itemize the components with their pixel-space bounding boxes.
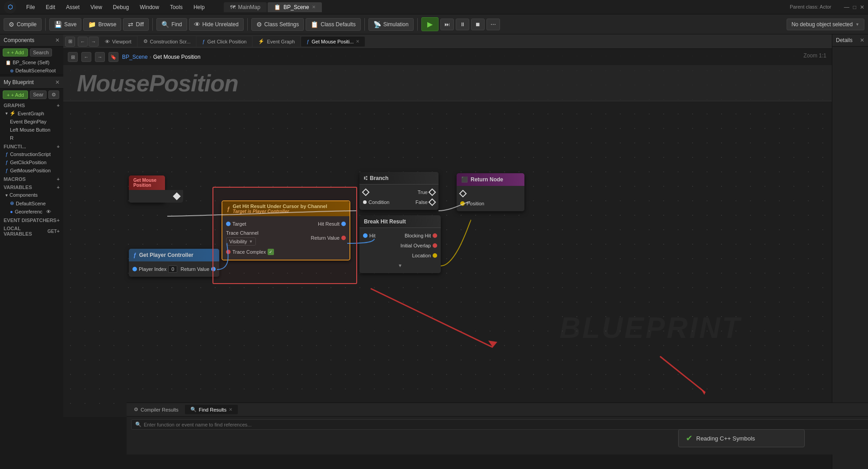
nav-back[interactable]: ← [78,37,88,47]
tree-item-eventgraph[interactable]: ▾ ⚡ EventGraph [0,109,63,118]
tree-item-defaultscene-var[interactable]: ⊕ DefaultScene [0,199,63,208]
class-settings-button[interactable]: ⚙ Class Settings [251,18,304,31]
pause-button[interactable]: ⏸ [456,19,469,30]
components-search-button[interactable]: Search [30,48,52,57]
break-expand-btn[interactable]: ▾ [359,261,441,270]
graph-nav-back[interactable]: ← [81,52,91,62]
my-blueprint-close-icon[interactable]: ✕ [55,79,60,85]
tab-event-graph[interactable]: ⚡ Event Graph [253,36,300,47]
find-results-icon: 🔍 [190,407,197,412]
graph-nav-forward[interactable]: → [95,52,105,62]
tree-item-getmouseposition[interactable]: ƒ GetMousePosition [0,166,63,175]
step-button[interactable]: ⏭ [440,19,454,30]
components-close-icon[interactable]: ✕ [55,37,60,43]
event-dispatchers-add-icon[interactable]: + [57,218,60,223]
tree-item-getclickposition[interactable]: ƒ GetClickPosition [0,158,63,166]
svg-marker-3 [700,387,705,395]
eventgraph-label: EventGraph [18,111,44,116]
menu-view[interactable]: View [86,2,107,12]
return-exec-in [459,190,467,198]
constructionscript-label: ConstructionScript [10,152,51,157]
details-close-icon[interactable]: ✕ [860,37,864,43]
function-title-banner: MousePosition [63,65,832,101]
variables-add-icon[interactable]: + [57,185,60,190]
player-index-value[interactable]: 0 [168,265,177,273]
tab-get-click-position[interactable]: ƒ Get Click Position [197,37,252,47]
tree-item-bpscene[interactable]: 📋 BP_Scene (Self) [0,58,63,66]
functions-add-icon[interactable]: + [57,144,60,149]
node-break-hit-result[interactable]: Break Hit Result Hit Blocking Hit [359,215,441,273]
simulation-button[interactable]: 📡 Simulation [368,18,414,31]
class-defaults-button[interactable]: 📋 Class Defaults [306,18,360,31]
components-add-button[interactable]: + + Add [3,48,28,57]
get-click-label: Get Click Position [208,39,247,44]
nav-forward[interactable]: → [89,37,99,47]
tab-mainmap[interactable]: 🗺 MainMap [224,2,267,12]
tab-compiler-results[interactable]: ⚙ Compiler Results [128,405,184,414]
menu-window[interactable]: Window [135,2,164,12]
menu-asset[interactable]: Asset [61,2,84,12]
local-variables-add-icon[interactable]: + [57,228,60,234]
diff-button[interactable]: ⇄ Diff [123,18,149,31]
get-click-icon: ƒ [202,39,205,44]
graphs-add-icon[interactable]: + [57,103,60,108]
break-body: Hit Blocking Hit Initial Overlap [359,228,441,273]
tree-item-defaultsceneroot[interactable]: ⊕ DefaultSceneRoot [0,66,63,75]
tab-viewport[interactable]: 👁 Viewport [99,37,137,47]
my-blueprint-search-button[interactable]: Sear [30,90,47,99]
breadcrumb-current: Get Mouse Position [153,54,201,60]
find-button[interactable]: 🔍 Find [156,18,187,31]
blocking-hit-pin [433,233,437,238]
node-branch[interactable]: ⑆ Branch True [359,172,439,210]
stop-button[interactable]: ⏹ [471,19,485,30]
hide-unrelated-button[interactable]: 👁 Hide Unrelated [189,18,244,31]
breadcrumb-root[interactable]: BP_Scene [122,54,148,60]
georeferenc-vis-icon[interactable]: 👁 [46,209,51,214]
menu-tools[interactable]: Tools [165,2,187,12]
tab-bpscene-close[interactable]: ✕ [312,5,316,9]
tab-get-mouse-position[interactable]: ƒ Get Mouse Positi... ✕ [301,37,365,47]
tree-item-event-beginplay[interactable]: Event BeginPlay [0,118,63,126]
fn-icon: ƒ [133,252,137,258]
debug-object-dropdown[interactable]: No debug object selected ▼ [787,19,864,30]
event-graph-label: Event Graph [267,39,295,44]
tree-item-constructionscript[interactable]: ƒ ConstructionScript [0,150,63,158]
tab-construction-scr[interactable]: ⚙ Construction Scr... [138,36,196,47]
browse-button[interactable]: 📁 Browse [83,18,121,31]
tree-item-left-mouse-btn[interactable]: Left Mouse Button [0,126,63,134]
selection-box [212,187,357,284]
save-button[interactable]: 💾 Save [49,18,81,31]
find-input[interactable] [144,422,868,427]
zoom-label: Zoom 1:1 [803,52,826,59]
tab-bpscene[interactable]: 📋 BP_Scene ✕ [268,2,322,12]
get-mouse-tab-close[interactable]: ✕ [356,39,359,44]
menu-file[interactable]: File [22,2,39,12]
play-button[interactable]: ▶ [421,17,439,31]
tree-item-r[interactable]: R [0,134,63,142]
toolbar-sep-1 [45,18,46,31]
more-options-button[interactable]: ⋯ [486,19,500,30]
my-blueprint-add-button[interactable]: + + Add [3,90,28,99]
find-input-container[interactable]: 🔍 💾 [131,419,868,430]
node-event-getmouseposition[interactable]: Get Mouse Position [129,175,165,203]
compile-label: Compile [17,21,37,28]
branch-exec-in [362,189,370,196]
graph-bookmark[interactable]: 🔖 [108,52,118,62]
save-icon: 💾 [54,21,62,28]
menu-edit[interactable]: Edit [41,2,60,12]
node-return[interactable]: ⬛ Return Node Position [457,173,524,211]
menu-help[interactable]: Help [189,2,209,12]
graph-nav-icon[interactable]: ⊞ [68,52,78,62]
tree-item-georeferenc-var[interactable]: ● Georeferenc 👁 [0,208,63,216]
find-results-close[interactable]: ✕ [229,407,232,412]
graph-canvas[interactable]: ⊞ ← → 🔖 BP_Scene › Get Mouse Position Zo… [63,49,832,417]
macros-add-icon[interactable]: + [57,176,60,182]
components-panel: Components ✕ + + Add Search 📋 BP_Scene (… [0,34,63,75]
tab-find-results[interactable]: 🔍 Find Results ✕ [185,405,238,414]
node-get-player-controller[interactable]: ƒ Get Player Controller Player Index 0 [129,249,219,277]
tree-item-components-var[interactable]: ▾ Components [0,191,63,199]
menu-debug[interactable]: Debug [108,2,133,12]
nav-icon[interactable]: ⊞ [65,37,75,47]
compile-button[interactable]: ⚙ Compile [4,18,42,31]
my-blueprint-settings-button[interactable]: ⚙ [48,90,59,99]
